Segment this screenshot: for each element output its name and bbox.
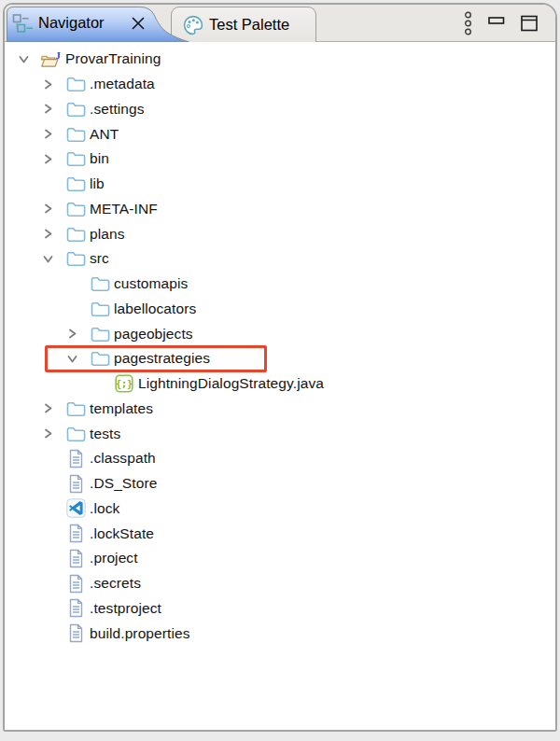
maximize-icon[interactable] xyxy=(521,15,539,32)
tree-item-label: .lock xyxy=(90,500,119,517)
tree-item-label: LightningDialogStrategy.java xyxy=(138,375,324,392)
file-icon xyxy=(64,574,87,594)
chevron-right-icon[interactable] xyxy=(40,128,64,140)
tree-item-label: ProvarTraining xyxy=(65,50,161,67)
folder-icon xyxy=(64,101,87,118)
folder-icon xyxy=(89,350,111,367)
tab-navigator-label: Navigator xyxy=(38,5,105,41)
tab-navigator[interactable]: Navigator xyxy=(5,5,191,43)
chevron-right-icon[interactable] xyxy=(40,203,64,215)
file-tree: JProvarTraining.metadata.settingsANTbinl… xyxy=(5,43,555,646)
tree-item-label: customapis xyxy=(114,275,188,292)
tree-item-label: META-INF xyxy=(90,201,158,217)
tree-row[interactable]: .testproject xyxy=(5,596,555,622)
folder-icon xyxy=(64,226,87,243)
file-icon xyxy=(64,598,87,618)
svg-text:{;}: {;} xyxy=(116,379,133,389)
tree-row[interactable]: ANT xyxy=(5,121,555,147)
folder-icon xyxy=(89,326,111,343)
tree-item-label: .secrets xyxy=(90,575,141,592)
tree-item-label: lib xyxy=(90,175,105,192)
folder-icon xyxy=(64,201,87,217)
close-icon[interactable] xyxy=(131,16,146,31)
tab-test-palette-label: Test Palette xyxy=(209,7,289,41)
tree-item-label: ANT xyxy=(90,126,119,143)
tree-row[interactable]: .metadata xyxy=(5,72,555,97)
view-menu-icon[interactable] xyxy=(464,11,472,35)
tree-row[interactable]: lib xyxy=(5,172,555,197)
java-project-open-icon: J xyxy=(40,49,63,69)
tree-row[interactable]: pagestrategies xyxy=(5,346,555,371)
file-icon xyxy=(64,449,87,468)
tree-item-label: pagestrategies xyxy=(114,350,210,367)
tree-item-label: bin xyxy=(90,150,109,167)
tree-row[interactable]: tests xyxy=(5,421,555,446)
tree-item-label: .project xyxy=(90,550,138,566)
chevron-right-icon[interactable] xyxy=(64,328,89,340)
tree-item-label: .classpath xyxy=(90,450,156,467)
tree-item-label: .testproject xyxy=(90,600,161,617)
minimize-icon[interactable] xyxy=(488,15,505,32)
tab-test-palette[interactable]: Test Palette xyxy=(171,7,316,42)
navigator-icon xyxy=(12,13,34,33)
folder-icon xyxy=(64,175,87,192)
tree-item-label: tests xyxy=(90,426,120,442)
folder-icon xyxy=(64,400,87,417)
folder-icon xyxy=(89,301,111,317)
tree-row[interactable]: .lockState xyxy=(5,521,555,546)
folder-icon xyxy=(64,150,87,167)
java-source-icon: {;} xyxy=(113,374,135,393)
tree-row[interactable]: .lock xyxy=(5,496,555,522)
folder-icon xyxy=(64,250,87,267)
tree-row[interactable]: .project xyxy=(5,546,555,571)
tree-item-label: .metadata xyxy=(90,76,155,92)
file-icon xyxy=(64,549,87,568)
file-icon xyxy=(64,474,87,494)
tree-row[interactable]: JProvarTraining xyxy=(5,47,555,72)
tree-row[interactable]: customapis xyxy=(5,272,555,297)
tree-row[interactable]: pageobjects xyxy=(5,321,555,346)
file-icon xyxy=(64,623,87,643)
file-icon xyxy=(64,524,87,543)
navigator-view-panel: Navigator Test Palette xyxy=(3,3,557,732)
tree-row[interactable]: {;}LightningDialogStrategy.java xyxy=(5,371,555,397)
chevron-down-icon[interactable] xyxy=(16,53,40,65)
tree-row[interactable]: plans xyxy=(5,221,555,246)
tree-row[interactable]: .DS_Store xyxy=(5,471,555,496)
folder-icon xyxy=(64,126,87,143)
tree-item-label: templates xyxy=(90,400,153,417)
tree-item-label: plans xyxy=(90,226,125,243)
tree-row[interactable]: .settings xyxy=(5,97,555,122)
tree-row[interactable]: templates xyxy=(5,397,555,422)
tree-item-label: .settings xyxy=(90,101,145,118)
chevron-right-icon[interactable] xyxy=(40,103,64,115)
folder-icon xyxy=(89,275,111,292)
tree-item-label: .DS_Store xyxy=(90,475,157,492)
svg-text:J: J xyxy=(55,49,61,60)
tree-row[interactable]: META-INF xyxy=(5,197,555,222)
tree-item-label: labellocators xyxy=(114,301,196,317)
chevron-right-icon[interactable] xyxy=(40,402,64,414)
chevron-down-icon[interactable] xyxy=(40,253,64,265)
folder-icon xyxy=(64,76,87,92)
chevron-right-icon[interactable] xyxy=(40,78,64,91)
chevron-right-icon[interactable] xyxy=(40,228,64,240)
tree-item-label: pageobjects xyxy=(114,326,193,343)
chevron-right-icon[interactable] xyxy=(40,153,64,165)
tree-item-label: build.properties xyxy=(90,625,190,642)
tree-row[interactable]: build.properties xyxy=(5,621,555,646)
vscode-icon xyxy=(64,498,87,518)
tree-row[interactable]: bin xyxy=(5,147,555,172)
view-tab-bar: Navigator Test Palette xyxy=(5,5,555,42)
tree-row[interactable]: .classpath xyxy=(5,446,555,471)
tree-row[interactable]: src xyxy=(5,246,555,272)
tree-row[interactable]: labellocators xyxy=(5,297,555,322)
tree-item-label: src xyxy=(90,250,109,267)
tree-item-label: .lockState xyxy=(90,525,154,542)
chevron-right-icon[interactable] xyxy=(40,427,64,440)
folder-icon xyxy=(64,426,87,442)
navigator-content: JProvarTraining.metadata.settingsANTbinl… xyxy=(5,43,555,730)
view-toolbar xyxy=(464,5,539,42)
tree-row[interactable]: .secrets xyxy=(5,571,555,596)
chevron-down-icon[interactable] xyxy=(64,353,89,365)
